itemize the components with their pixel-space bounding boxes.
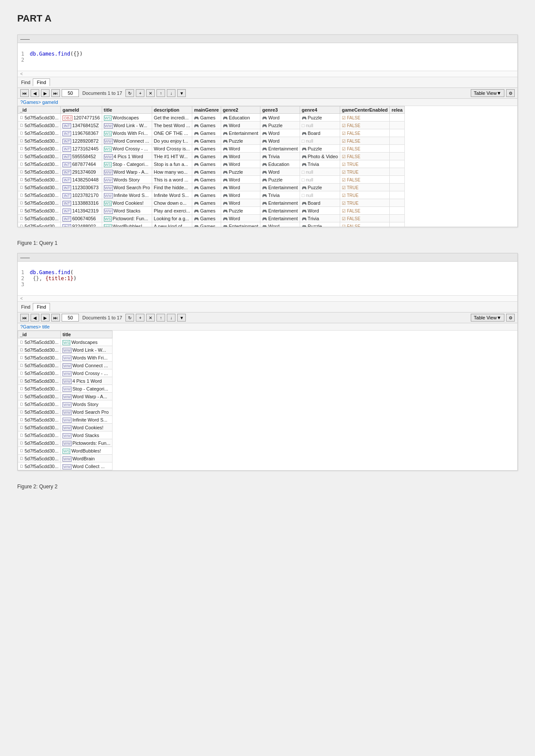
table-row[interactable]: 🗋5d7f5a5cdd30...WWWord Search Pro (18, 408, 113, 416)
table-row[interactable]: 🗋5d7f5a5cdd30...WWPictowords: Fun... (18, 439, 113, 447)
table-row[interactable]: 🗋5d7f5a5cdd30...INT1023782170WWInfinite … (18, 191, 405, 199)
query1-line2: 2 (21, 56, 30, 63)
export2-btn[interactable]: ↑ (156, 314, 165, 322)
settings1-btn[interactable]: ⚙ (506, 89, 515, 97)
last-btn[interactable]: ⏭ (51, 89, 60, 97)
add2-btn[interactable]: + (136, 314, 144, 322)
import1-btn[interactable]: ↓ (167, 89, 175, 97)
cell-gameCenterEnabled: ☑ TRUE (340, 199, 389, 207)
settings2-btn[interactable]: ⚙ (506, 314, 515, 322)
query1-editor[interactable]: 1db.Games.find({}) 2 (18, 43, 517, 71)
refresh2-btn[interactable]: ↻ (125, 314, 134, 322)
table-row[interactable]: 🗋5d7f5a5cdd30...INT291374609WWWord Warp … (18, 168, 405, 176)
table-row[interactable]: 🗋5d7f5a5cdd30...INT134768415ZWWWord Link… (18, 122, 405, 129)
cell-gameId: INT1413942319 (60, 207, 102, 215)
col-gameId: gameId (60, 106, 102, 114)
prev-btn[interactable]: ◀ (31, 89, 39, 97)
filter2-btn[interactable]: ▼ (177, 314, 186, 322)
import2-btn[interactable]: ↓ (167, 314, 175, 322)
table-view1-btn[interactable]: Table View ▼ (471, 89, 504, 97)
cell-genre4: 🎮 Puzzle (300, 145, 340, 153)
table-row[interactable]: 🗋5d7f5a5cdd30...WWWord Connect ... (18, 362, 113, 369)
find2-tab[interactable]: Find (33, 303, 50, 311)
table-row[interactable]: 🗋5d7f5a5cdd30...INT1413942319WWWord Stac… (18, 207, 405, 215)
table-row[interactable]: 🗋5d7f5a5cdd30...INT1273162445WSWord Cros… (18, 145, 405, 153)
prev2-btn[interactable]: ◀ (31, 314, 39, 322)
table-row[interactable]: 🗋5d7f5a5cdd30...WW4 Pics 1 Word (18, 377, 113, 385)
table-row[interactable]: 🗋5d7f5a5cdd30...INT687877464WSStop - Cat… (18, 160, 405, 168)
table-view2-btn[interactable]: Table View ▼ (471, 314, 504, 322)
cell-relea (390, 129, 405, 137)
cell-title: WWWord Warp - A... (102, 168, 152, 176)
table-row[interactable]: 🗋5d7f5a5cdd30...WWWord Warp - A... (18, 393, 113, 400)
table-row[interactable]: 🗋5d7f5a5cdd30...WWWord Stacks (18, 431, 113, 439)
table-row[interactable]: 🗋5d7f5a5cdd30...INT600674056WSPictoword:… (18, 215, 405, 222)
table-row[interactable]: 🗋5d7f5a5cdd30...WWWord Crossy - ... (18, 369, 113, 377)
table-row[interactable]: 🗋5d7f5a5cdd30...WSWordscapes (18, 338, 113, 346)
table-row[interactable]: 🗋5d7f5a5cdd30...WWWord Collect ... (18, 462, 113, 470)
cell-gameCenterEnabled: ☑ TRUE (340, 191, 389, 199)
next2-btn[interactable]: ▶ (41, 314, 50, 322)
delete1-btn[interactable]: ✕ (146, 89, 155, 97)
query1-line1: 1db.Games.find({}) (21, 50, 83, 57)
table-row[interactable]: 🗋5d7f5a5cdd30...WWWords Story (18, 400, 113, 408)
cell2-_id: 🗋5d7f5a5cdd30... (18, 385, 61, 393)
cell-title: WWWord Stacks (102, 207, 152, 215)
table-row[interactable]: 🗋5d7f5a5cdd30...WWStop - Categori... (18, 385, 113, 393)
cell-_id: 🗋5d7f5a5cdd30... (18, 168, 61, 176)
next-btn[interactable]: ▶ (41, 89, 50, 97)
table-row[interactable]: 🗋5d7f5a5cdd30...WWWord Link - W... (18, 346, 113, 354)
cell-_id: 🗋5d7f5a5cdd30... (18, 199, 61, 207)
table-row[interactable]: 🗋5d7f5a5cdd30...OBJ1207477156WSWordscape… (18, 114, 405, 122)
find2-label: Find (21, 304, 30, 309)
cell2-_id: 🗋5d7f5a5cdd30... (18, 439, 61, 447)
cell-mainGenre: 🎮 Games (192, 222, 221, 227)
table-row[interactable]: 🗋5d7f5a5cdd30...INT595558452WW4 Pics 1 W… (18, 153, 405, 160)
table-row[interactable]: 🗋5d7f5a5cdd30...INT1438250448WWWords Sto… (18, 176, 405, 184)
add1-btn[interactable]: + (136, 89, 144, 97)
find1-tab[interactable]: Find (33, 78, 50, 86)
query1-panel: —— 1db.Games.find({}) 2 < Find Find ⏮ ◀ … (17, 34, 518, 227)
cell2-title: WWWordBrain (60, 455, 112, 462)
cell-description: Chow down o... (152, 199, 192, 207)
doc1-count: Documents 1 to 17 (82, 91, 122, 96)
table-row[interactable]: 🗋5d7f5a5cdd30...WWWordBrain (18, 455, 113, 462)
cell-relea (390, 114, 405, 122)
table-row[interactable]: 🗋5d7f5a5cdd30...INT1228920872WWWord Conn… (18, 137, 405, 145)
cell-gameCenterEnabled: ☑ FALSE (340, 114, 389, 122)
count2-input[interactable]: 50 (62, 314, 79, 322)
cell-genre4: □ null (300, 176, 340, 184)
cell-description: Word Crossy is... (152, 145, 192, 153)
table-row[interactable]: 🗋5d7f5a5cdd30...INT1196768367WSWords Wit… (18, 129, 405, 137)
cell-gameCenterEnabled: ☑ FALSE (340, 176, 389, 184)
first-btn[interactable]: ⏮ (20, 89, 29, 97)
cell-genre3: 🎮 Word (260, 114, 300, 122)
cell-genre2: 🎮 Word (221, 199, 260, 207)
cell-mainGenre: 🎮 Games (192, 153, 221, 160)
first2-btn[interactable]: ⏮ (20, 314, 29, 322)
table1-wrapper[interactable]: _id gameId title description mainGenre g… (18, 106, 517, 227)
cell-genre3: 🎮 Word (260, 222, 300, 227)
table-view1-label: Table View (474, 91, 497, 96)
cell2-title: WWWord Connect ... (60, 362, 112, 369)
filter1-btn[interactable]: ▼ (177, 89, 186, 97)
table-row[interactable]: 🗋5d7f5a5cdd30...INT922488002WSWordBubble… (18, 222, 405, 227)
cell-relea (390, 153, 405, 160)
table-row[interactable]: 🗋5d7f5a5cdd30...INT1133883316WSWord Cook… (18, 199, 405, 207)
table-row[interactable]: 🗋5d7f5a5cdd30...WWWord Cookies! (18, 424, 113, 431)
table-row[interactable]: 🗋5d7f5a5cdd30...INT1123030673WWWord Sear… (18, 184, 405, 191)
table-row[interactable]: 🗋5d7f5a5cdd30...WSWordBubbles! (18, 447, 113, 455)
cell-title: WSWordscapes (102, 114, 152, 122)
delete2-btn[interactable]: ✕ (146, 314, 155, 322)
table-row[interactable]: 🗋5d7f5a5cdd30...WWWords With Fri... (18, 354, 113, 362)
export1-btn[interactable]: ↑ (156, 89, 165, 97)
table-row[interactable]: 🗋5d7f5a5cdd30...WWInfinite Word S... (18, 416, 113, 424)
last2-btn[interactable]: ⏭ (51, 314, 60, 322)
query2-editor[interactable]: 1db.Games.find( 2 {}, {title:1}) 3 (18, 262, 517, 296)
cell2-title: WWWord Collect ... (60, 462, 112, 470)
table2-wrapper[interactable]: _id title 🗋5d7f5a5cdd30...WSWordscapes🗋5… (18, 331, 517, 470)
refresh1-btn[interactable]: ↻ (125, 89, 134, 97)
cell-genre2: 🎮 Entertainment (221, 222, 260, 227)
count1-input[interactable]: 50 (62, 89, 79, 97)
cell2-title: WWWords With Fri... (60, 354, 112, 362)
